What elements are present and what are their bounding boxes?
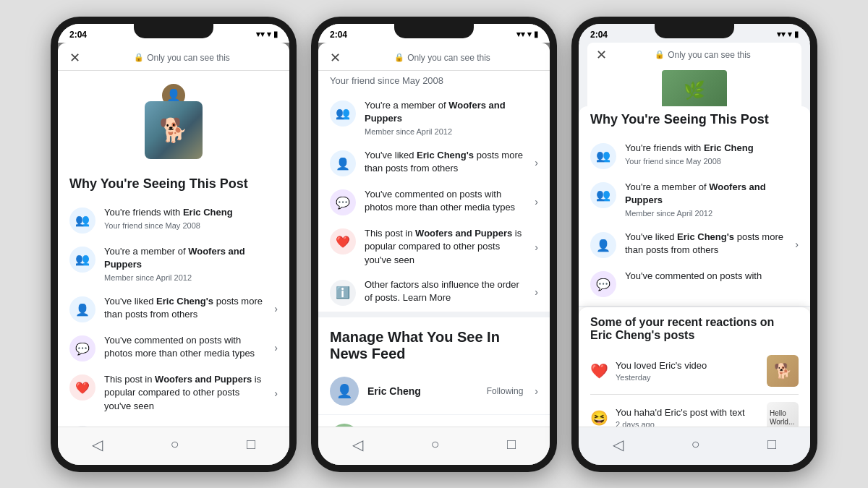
member-since-3: Member since April 2012 xyxy=(625,208,799,219)
lock-label-1: 🔒 Only you can see this xyxy=(134,53,230,63)
reason-text-popular-1: This post in Woofers and Puppers is popu… xyxy=(104,373,265,413)
reactions-title: Some of your recent reactions on Eric Ch… xyxy=(590,316,799,342)
phone-1: 2:04 ▾▾ ▾ ▮ ✕ 🔒 Only you can see this xyxy=(51,17,297,472)
reason-liked-2[interactable]: 👤 You've liked Eric Cheng's posts more t… xyxy=(318,143,550,182)
recent-button-1[interactable]: □ xyxy=(247,436,255,453)
eric-name: Eric Cheng xyxy=(367,385,478,397)
reason-text-commented-1: You've commented on posts with photos mo… xyxy=(104,334,265,360)
bg-modal-header: ✕ 🔒 Only you can see this xyxy=(587,43,801,67)
reason-text-member-3: You're a member of Woofers and Puppers M… xyxy=(625,181,799,220)
back-button-3[interactable]: ◁ xyxy=(613,436,624,453)
reason-member-1: 👥 You're a member of Woofers and Puppers… xyxy=(58,239,289,290)
manage-item-eric[interactable]: 👤 Eric Cheng Following › xyxy=(318,368,550,415)
time-3: 2:04 xyxy=(590,30,608,40)
wifi-icon: ▾ xyxy=(267,30,271,39)
haha-thumb: Hello World... xyxy=(767,402,799,426)
member-since-2: Member since April 2012 xyxy=(365,127,538,137)
liked-icon-3: 👤 xyxy=(590,232,616,258)
member-icon-2: 👥 xyxy=(330,100,356,127)
member-icon-3: 👥 xyxy=(590,182,616,208)
reason-popular-1[interactable]: ❤️ This post in Woofers and Puppers is p… xyxy=(58,367,289,419)
chevron-popular-2: › xyxy=(535,241,538,253)
eric-avatar: 👤 xyxy=(330,377,359,406)
loved-thumb: 🐕 xyxy=(767,355,799,387)
modal-overlay-1: ✕ 🔒 Only you can see this 👤 🐕 xyxy=(58,43,289,427)
haha-emoji: 😆 xyxy=(590,409,608,426)
reason-other-1[interactable]: ℹ️ Other factors also influence the orde… xyxy=(58,419,289,427)
loved-sub: Yesterday xyxy=(616,372,760,382)
reason-friends-1: 👥 You're friends with Eric Cheng Your fr… xyxy=(58,200,289,239)
chevron-liked-1: › xyxy=(274,303,278,314)
chevron-other-2: › xyxy=(535,286,538,298)
chevron-popular-1: › xyxy=(274,388,278,399)
reason-text-friends-1: You're friends with Eric Cheng Your frie… xyxy=(104,206,278,232)
battery-icon-3: ▮ xyxy=(794,30,799,39)
reason-commented-1[interactable]: 💬 You've commented on posts with photos … xyxy=(58,328,289,367)
bottom-nav-2: ◁ ○ □ xyxy=(318,427,550,465)
wifi-icon-3: ▾ xyxy=(788,30,792,39)
modal-sheet-1: ✕ 🔒 Only you can see this 👤 🐕 xyxy=(58,43,289,427)
manage-title: Manage What You See In News Feed xyxy=(318,312,550,368)
modal-header-1: ✕ 🔒 Only you can see this xyxy=(58,43,289,71)
bottom-nav-3: ◁ ○ □ xyxy=(579,427,810,465)
recent-button-2[interactable]: □ xyxy=(507,436,516,453)
home-button-3[interactable]: ○ xyxy=(691,436,699,453)
friend-since-1: Your friend since May 2008 xyxy=(104,221,278,231)
home-button-1[interactable]: ○ xyxy=(170,436,179,453)
reason-text-liked-2: You've liked Eric Cheng's posts more tha… xyxy=(365,149,526,175)
reason-text-other-2: Other factors also influence the order o… xyxy=(365,278,526,304)
reason-member-2: 👥 You're a member of Woofers and Puppers… xyxy=(318,93,550,144)
reason-text-commented-2: You've commented on posts with photos mo… xyxy=(365,188,526,214)
reaction-haha: 😆 You haha'd Eric's post with text 2 day… xyxy=(590,398,799,426)
manage-item-woofers[interactable]: 🐾 Woofers and Puppers Following › xyxy=(318,415,550,427)
bg-only-you: Only you can see this xyxy=(668,50,751,60)
post-image-1: 🐕 xyxy=(145,101,203,159)
bg-close: ✕ xyxy=(596,48,607,61)
phone3-content: Why You're Seeing This Post 👥 You're fri… xyxy=(579,106,810,427)
eric-following-badge: Following xyxy=(487,386,524,396)
phone-screen-3: 2:04 ▾▾ ▾ ▮ ✕ 🔒 Only you can see this xyxy=(579,24,810,465)
signal-icon-2: ▾▾ xyxy=(516,30,525,39)
reason-liked-3[interactable]: 👤 You've liked Eric Cheng's posts more t… xyxy=(579,225,810,264)
reason-commented-3: 💬 You've commented on posts with xyxy=(579,264,810,307)
reason-other-2[interactable]: ℹ️ Other factors also influence the orde… xyxy=(318,273,550,312)
reason-text-liked-3: You've liked Eric Cheng's posts more tha… xyxy=(625,231,786,257)
phone-notch-1 xyxy=(134,24,213,38)
modal-sheet-2: ✕ 🔒 Only you can see this Your friend si… xyxy=(318,43,550,427)
back-button-1[interactable]: ◁ xyxy=(92,436,103,453)
friend-since-3: Your friend since May 2008 xyxy=(625,156,799,167)
modal-sheet-3: Why You're Seeing This Post 👥 You're fri… xyxy=(579,106,810,427)
battery-icon: ▮ xyxy=(273,30,278,39)
reactions-overlay: Some of your recent reactions on Eric Ch… xyxy=(579,307,810,426)
commented-icon-2: 💬 xyxy=(330,189,356,215)
reason-liked-1[interactable]: 👤 You've liked Eric Cheng's posts more t… xyxy=(58,289,289,328)
reason-text-member-2: You're a member of Woofers and Puppers M… xyxy=(365,99,538,138)
status-icons-2: ▾▾ ▾ ▮ xyxy=(516,30,538,39)
time-1: 2:04 xyxy=(69,30,87,40)
status-icons-1: ▾▾ ▾ ▮ xyxy=(256,30,278,39)
battery-icon-2: ▮ xyxy=(534,30,538,39)
reason-commented-2[interactable]: 💬 You've commented on posts with photos … xyxy=(318,182,550,221)
chevron-liked-2: › xyxy=(535,157,538,168)
lock-label-2: 🔒 Only you can see this xyxy=(394,53,490,63)
post-thumbnail: 🌿 xyxy=(662,70,727,111)
reason-popular-2[interactable]: ❤️ This post in Woofers and Puppers is p… xyxy=(318,221,550,273)
phone-2: 2:04 ▾▾ ▾ ▮ ✕ 🔒 Only you can see this xyxy=(311,17,557,472)
reason-member-3: 👥 You're a member of Woofers and Puppers… xyxy=(579,175,810,226)
member-since-1: Member since April 2012 xyxy=(104,273,278,283)
section-title-3: Why You're Seeing This Post xyxy=(579,106,810,136)
recent-button-3[interactable]: □ xyxy=(767,436,776,453)
close-button-2[interactable]: ✕ xyxy=(330,51,341,64)
back-button-2[interactable]: ◁ xyxy=(352,436,363,453)
chevron-commented-1: › xyxy=(274,342,278,354)
home-button-2[interactable]: ○ xyxy=(430,436,439,453)
chevron-commented-2: › xyxy=(535,196,538,207)
close-button-1[interactable]: ✕ xyxy=(69,51,80,64)
chevron-eric: › xyxy=(535,385,538,397)
member-icon-1: 👥 xyxy=(69,247,95,273)
haha-sub: 2 days ago xyxy=(616,419,760,427)
friends-icon-3: 👥 xyxy=(590,143,616,169)
loved-text: You loved Eric's video Yesterday xyxy=(616,360,760,382)
reaction-loved: ❤️ You loved Eric's video Yesterday 🐕 xyxy=(590,351,799,391)
background-post: ✕ 🔒 Only you can see this 🌿 xyxy=(579,43,810,114)
